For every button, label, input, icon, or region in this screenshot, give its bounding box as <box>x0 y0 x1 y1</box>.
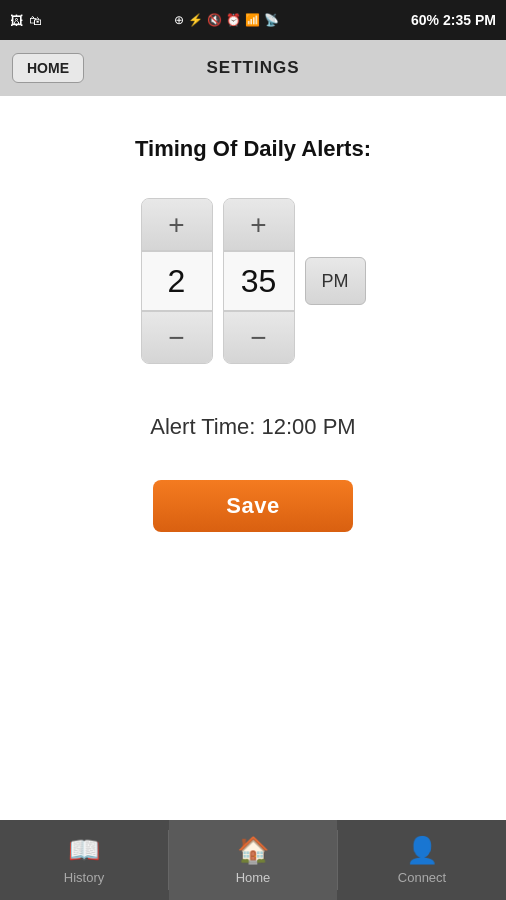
status-right-info: 60% 2:35 PM <box>411 12 496 28</box>
mute-icon: 🔇 <box>207 13 222 27</box>
nav-label-connect: Connect <box>398 870 446 885</box>
minus-icon <box>250 322 266 354</box>
bluetooth-icon: ⚡ <box>188 13 203 27</box>
save-button[interactable]: Save <box>153 480 353 532</box>
nav-label-home: Home <box>236 870 271 885</box>
navigation-icon: ⊕ <box>174 13 184 27</box>
hour-spinner: 2 <box>141 198 213 364</box>
home-icon: 🏠 <box>237 835 269 866</box>
header: HOME SETTINGS <box>0 40 506 96</box>
nav-item-home[interactable]: 🏠 Home <box>169 820 337 900</box>
minus-icon <box>168 322 184 354</box>
plus-icon <box>250 209 266 241</box>
time-display: 2:35 PM <box>443 12 496 28</box>
minute-increment-button[interactable] <box>224 199 294 251</box>
hour-increment-button[interactable] <box>142 199 212 251</box>
plus-icon <box>168 209 184 241</box>
signal-icon: 📡 <box>264 13 279 27</box>
minute-spinner: 35 <box>223 198 295 364</box>
status-bar: 🖼 🛍 ⊕ ⚡ 🔇 ⏰ 📶 📡 60% 2:35 PM <box>0 0 506 40</box>
nav-item-history[interactable]: 📖 History <box>0 820 168 900</box>
alert-time-display: Alert Time: 12:00 PM <box>150 414 355 440</box>
hour-decrement-button[interactable] <box>142 311 212 363</box>
bottom-navigation: 📖 History 🏠 Home 👤 Connect <box>0 820 506 900</box>
page-title: SETTINGS <box>206 58 299 78</box>
status-left-icons: 🖼 🛍 <box>10 13 42 28</box>
shopping-icon: 🛍 <box>29 13 42 28</box>
alarm-icon: ⏰ <box>226 13 241 27</box>
nav-label-history: History <box>64 870 104 885</box>
minute-value: 35 <box>224 251 294 311</box>
section-title: Timing Of Daily Alerts: <box>135 136 371 162</box>
minute-decrement-button[interactable] <box>224 311 294 363</box>
hour-value: 2 <box>142 251 212 311</box>
wifi-icon: 📶 <box>245 13 260 27</box>
person-icon: 👤 <box>406 835 438 866</box>
home-button[interactable]: HOME <box>12 53 84 83</box>
book-icon: 📖 <box>68 835 100 866</box>
battery-level: 60% <box>411 12 439 28</box>
time-picker: 2 35 PM <box>141 198 366 364</box>
ampm-toggle-button[interactable]: PM <box>305 257 366 305</box>
status-center-icons: ⊕ ⚡ 🔇 ⏰ 📶 📡 <box>174 13 279 27</box>
image-icon: 🖼 <box>10 13 23 28</box>
nav-item-connect[interactable]: 👤 Connect <box>338 820 506 900</box>
main-content: Timing Of Daily Alerts: 2 35 PM Alert Ti… <box>0 96 506 820</box>
